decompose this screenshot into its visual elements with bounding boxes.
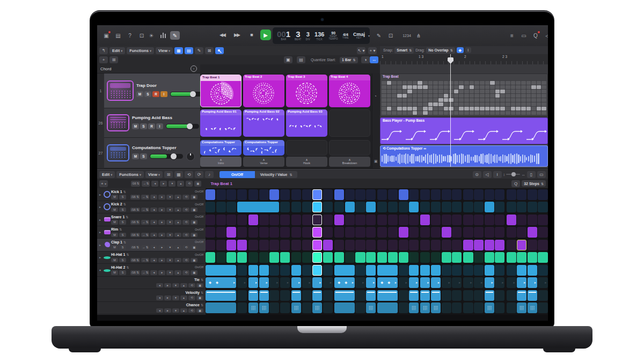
step-cell-on[interactable] bbox=[528, 265, 537, 276]
step-cell-off[interactable] bbox=[388, 240, 398, 250]
step-cell-off[interactable] bbox=[269, 290, 279, 301]
step-cell-on[interactable]: ▸ bbox=[409, 277, 419, 288]
nudge-left-button[interactable]: ◂ bbox=[150, 233, 157, 238]
playmode-select[interactable]: → ⇅ bbox=[141, 195, 150, 200]
track-header-trap-door[interactable]: Trap DoorMSRI bbox=[104, 73, 200, 108]
step-cell-off[interactable] bbox=[388, 202, 398, 212]
step-cell-off[interactable] bbox=[248, 189, 258, 200]
nudge-right-button[interactable]: ▸ bbox=[158, 270, 165, 275]
step-cell-off[interactable] bbox=[280, 227, 290, 238]
step-cell-off[interactable] bbox=[259, 215, 269, 225]
step-cell-on[interactable] bbox=[334, 290, 355, 301]
step-cell-off[interactable] bbox=[302, 290, 312, 301]
step-cell-off[interactable] bbox=[323, 302, 333, 313]
shift-up-button[interactable]: ▴ bbox=[180, 283, 187, 288]
step-cell-off[interactable] bbox=[237, 227, 247, 238]
rate-select[interactable]: /16 ⇅ bbox=[130, 195, 140, 200]
step-cell-on[interactable]: ▸ bbox=[431, 277, 441, 288]
step-cell-off[interactable] bbox=[248, 240, 258, 250]
nudge-right-button[interactable]: ▸ bbox=[160, 181, 167, 187]
step-cell-off[interactable] bbox=[452, 227, 462, 238]
playmode-select[interactable]: → ⇅ bbox=[141, 258, 150, 263]
loop-cell-trap-beat-1[interactable]: Trap Beat 1 bbox=[200, 75, 241, 107]
step-cell-off[interactable] bbox=[431, 202, 441, 212]
shift-down-button[interactable]: ▾ bbox=[166, 208, 173, 212]
rate-select[interactable]: /16 ⇅ bbox=[130, 233, 140, 238]
step-cell-off[interactable] bbox=[442, 189, 451, 200]
rate-select[interactable]: /16 ⇅ bbox=[130, 270, 140, 275]
step-cell-on[interactable] bbox=[409, 302, 419, 313]
add-track-button[interactable]: + bbox=[99, 56, 108, 63]
nudge-left-button[interactable]: ◂ bbox=[151, 181, 158, 187]
step-cell-off[interactable] bbox=[538, 202, 547, 212]
step-cell-off[interactable] bbox=[366, 189, 376, 200]
loop-cell-trap-beat-4[interactable]: Trap Beat 4 bbox=[329, 75, 370, 107]
step-cell-on[interactable] bbox=[248, 290, 258, 301]
solo-button[interactable]: S bbox=[119, 245, 126, 250]
step-cell-on[interactable] bbox=[366, 265, 376, 276]
solo-button[interactable]: S bbox=[119, 270, 126, 275]
step-cell-on[interactable] bbox=[485, 265, 494, 276]
step-cell-off[interactable]: ▸ bbox=[495, 277, 504, 288]
step-cell-off[interactable] bbox=[452, 215, 462, 225]
region-trap-beat[interactable]: Trap Beat bbox=[380, 73, 548, 116]
step-cell-on[interactable] bbox=[323, 252, 333, 263]
ibeam-icon[interactable]: I bbox=[493, 171, 502, 178]
step-cell-off[interactable] bbox=[463, 227, 473, 238]
step-cell-on[interactable] bbox=[442, 252, 451, 263]
step-cell-off[interactable] bbox=[323, 265, 333, 276]
step-cell-off[interactable] bbox=[280, 189, 290, 200]
step-cell-off[interactable] bbox=[399, 265, 408, 276]
step-cell-on[interactable]: ▸ bbox=[366, 277, 376, 288]
inspector-icon[interactable]: ⊡ bbox=[137, 31, 147, 40]
step-cell-off[interactable]: ▸ bbox=[237, 277, 247, 288]
playmode-select[interactable]: → ⇅ bbox=[141, 208, 150, 212]
nudge-left-button[interactable]: ◂ bbox=[150, 270, 157, 275]
step-cell-off[interactable] bbox=[485, 189, 494, 200]
key-chevron-icon[interactable]: ▾ bbox=[368, 34, 370, 38]
step-cell-off[interactable] bbox=[442, 265, 451, 276]
randomize-button[interactable]: ⟲ bbox=[188, 283, 195, 288]
divider-view-icon[interactable]: ▤ bbox=[297, 56, 305, 63]
vertical-zoom-slider[interactable]: ↕ bbox=[503, 173, 521, 176]
step-cell-off[interactable] bbox=[474, 302, 484, 313]
rotate-right-icon[interactable]: ⟳ bbox=[195, 171, 203, 178]
step-cell-off[interactable] bbox=[291, 240, 301, 250]
rate-select[interactable]: /16 ⇅ bbox=[130, 208, 140, 212]
step-cell-on[interactable] bbox=[206, 252, 215, 263]
shift-up-button[interactable]: ▴ bbox=[174, 245, 181, 250]
library-icon[interactable]: ▤ bbox=[113, 31, 123, 40]
secondary-tool-menu[interactable]: + ▾ bbox=[368, 47, 377, 54]
seq-row-header-hi-hat-1[interactable]: ▸Hi-Hat 1⇅On/OffMS/16 ⇅→ ⇅◂▸▾▴⟲▣ bbox=[97, 252, 206, 264]
disclosure-icon[interactable]: ▸ bbox=[97, 193, 103, 196]
step-cell-on[interactable]: ▸ bbox=[291, 277, 301, 288]
step-cell-off[interactable] bbox=[517, 227, 526, 238]
step-cell-off[interactable] bbox=[495, 215, 504, 225]
step-cell-on[interactable] bbox=[334, 189, 344, 200]
playmode-select[interactable]: → ⇅ bbox=[142, 181, 150, 187]
step-cell-on[interactable] bbox=[377, 302, 398, 313]
step-cell-on[interactable] bbox=[248, 265, 258, 276]
step-cell-off[interactable] bbox=[399, 202, 408, 212]
step-cell-off[interactable] bbox=[248, 252, 258, 263]
bar-ruler[interactable]: 1 1 3 2 2 3 bbox=[380, 54, 548, 65]
step-cell-off[interactable] bbox=[474, 265, 484, 276]
nudge-right-button[interactable]: ▸ bbox=[158, 233, 165, 238]
step-cell-off[interactable] bbox=[507, 227, 516, 238]
step-cell-off[interactable] bbox=[206, 227, 215, 238]
step-cell-off[interactable] bbox=[345, 227, 355, 238]
row-name-stepper-icon[interactable]: ⇅ bbox=[119, 227, 122, 231]
step-cell-off[interactable] bbox=[409, 240, 419, 250]
step-cell-off[interactable] bbox=[355, 227, 365, 238]
step-cell-off[interactable] bbox=[463, 302, 473, 313]
nudge-left-button[interactable]: ◂ bbox=[150, 220, 157, 225]
step-cell-off[interactable] bbox=[259, 227, 269, 238]
step-cell-off[interactable] bbox=[216, 227, 226, 238]
step-cell-off[interactable] bbox=[452, 189, 462, 200]
track-header-pumping-acid-bass[interactable]: Pumping Acid BassMSRI bbox=[104, 108, 200, 138]
step-cell-on[interactable] bbox=[528, 290, 537, 301]
step-cell-off[interactable] bbox=[474, 215, 484, 225]
step-cell-off[interactable] bbox=[538, 215, 547, 225]
step-cell-off[interactable] bbox=[517, 189, 526, 200]
s-button[interactable]: S bbox=[144, 91, 151, 97]
